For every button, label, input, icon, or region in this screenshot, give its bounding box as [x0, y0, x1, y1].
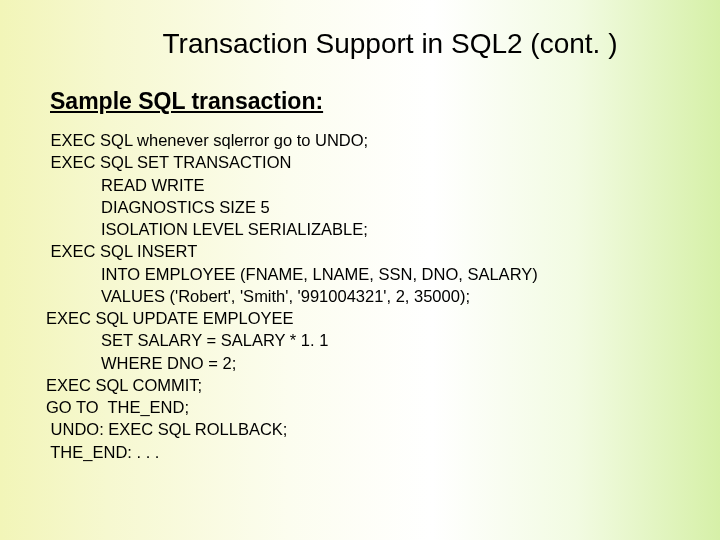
slide-title: Transaction Support in SQL2 (cont. ) [100, 28, 680, 60]
slide: Transaction Support in SQL2 (cont. ) Sam… [0, 0, 720, 463]
code-block: EXEC SQL whenever sqlerror go to UNDO; E… [46, 129, 680, 463]
slide-subtitle: Sample SQL transaction: [50, 88, 680, 115]
